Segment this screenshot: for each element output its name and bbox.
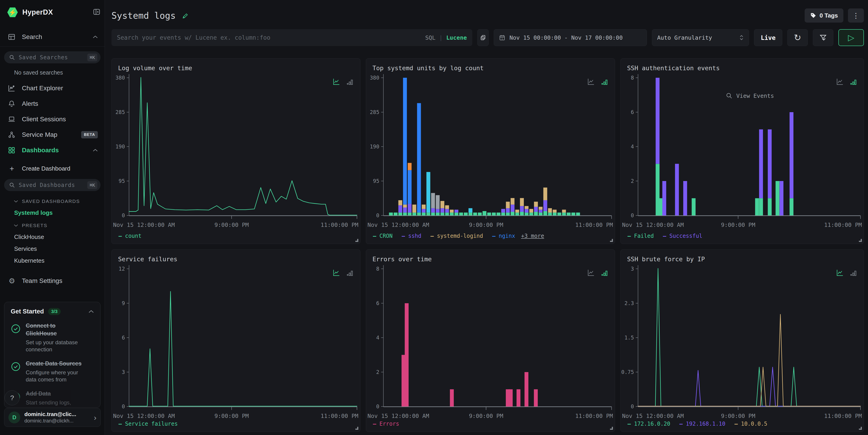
legend-item[interactable]: —count <box>119 233 142 239</box>
svg-text:380: 380 <box>370 75 379 81</box>
app-root: ⚡ HyperDX Search Saved Searches ⌘K No sa… <box>0 0 868 435</box>
events-search-input[interactable]: Search your events w/ Lucene ex. column:… <box>112 29 472 46</box>
sidebar-dashboard-systemd-logs[interactable]: Systemd logs <box>14 209 101 217</box>
get-started-step-add-data[interactable]: Add Data Start sending logs, metrics, or… <box>11 390 94 408</box>
panel-ssh-auth-events: SSH authentication events View Events 86… <box>620 58 864 244</box>
svg-text:380: 380 <box>115 75 125 81</box>
dashboard-header: Systemd logs 0 Tags ⋮ <box>105 0 868 23</box>
svg-text:190: 190 <box>115 144 125 150</box>
panel-resize-handle[interactable] <box>355 239 358 242</box>
sidebar-preset-services[interactable]: Services <box>14 245 101 253</box>
dashboard-menu-kebab-button[interactable]: ⋮ <box>848 8 864 23</box>
panel-service-failures: Service failures 129630Nov 15 12:00:00 A… <box>112 249 361 432</box>
granularity-select[interactable]: Auto Granularity <box>652 29 749 46</box>
legend-item[interactable]: —172.16.0.20 <box>627 421 670 427</box>
sidebar-item-search[interactable]: Search <box>8 31 101 43</box>
sidebar-preset-kubernetes[interactable]: Kubernetes <box>14 257 101 265</box>
main-content: Systemd logs 0 Tags ⋮ Search your events… <box>105 0 868 435</box>
svg-text:285: 285 <box>115 109 125 115</box>
gear-icon: ⚙ <box>8 277 16 285</box>
tag-icon <box>810 12 816 19</box>
chart-canvas[interactable]: 86420Nov 15 12:00:00 AM9:00:00 PM11:00:0… <box>366 250 615 418</box>
panel-resize-handle[interactable] <box>610 239 613 242</box>
panel-log-volume: Log volume over time 380285190950Nov 15 … <box>112 58 361 244</box>
chart-canvas[interactable]: 32.31.50.750Nov 15 12:00:00 AM9:00:00 PM… <box>621 250 864 418</box>
get-started-step-connect[interactable]: Connect to ClickHouse Set up your databa… <box>11 322 94 353</box>
sidebar-preset-clickhouse[interactable]: ClickHouse <box>14 233 101 241</box>
sidebar-item-service-map[interactable]: Service Map BETA <box>8 129 101 141</box>
date-range-value: Nov 15 00:00:00 - Nov 17 00:00:00 <box>509 34 623 41</box>
svg-text:Nov 15 12:00:00 AM: Nov 15 12:00:00 AM <box>622 413 684 418</box>
svg-text:4: 4 <box>376 335 379 341</box>
edit-title-pencil-icon[interactable] <box>182 12 188 19</box>
chevron-up-icon[interactable] <box>93 35 98 38</box>
legend-item[interactable]: —192.168.1.10 <box>679 421 725 427</box>
svg-text:11:00:00 PM: 11:00:00 PM <box>320 222 358 227</box>
saved-dashboards-input[interactable]: Saved Dashboards ⌘K <box>4 179 100 191</box>
legend-item[interactable]: —Errors <box>373 421 399 427</box>
date-range-input[interactable]: 1 Nov 15 00:00:00 - Nov 17 00:00:00 <box>494 29 647 46</box>
panel-top-systemd-units: Top systemd units by log count 380285190… <box>366 58 615 244</box>
sidebar-item-team-settings[interactable]: ⚙ Team Settings <box>8 275 101 287</box>
sidebar-item-label: Alerts <box>22 100 38 107</box>
avatar: D <box>8 411 20 423</box>
lucene-mode-toggle[interactable]: Lucene <box>446 34 467 41</box>
svg-text:Nov 15 12:00:00 AM: Nov 15 12:00:00 AM <box>113 413 175 418</box>
legend-item[interactable]: —systemd-logind <box>431 233 483 239</box>
search-icon <box>9 55 15 60</box>
refresh-icon: ↻ <box>794 33 801 43</box>
legend-item[interactable]: —Successful <box>663 233 702 239</box>
legend-item[interactable]: —nginx <box>492 233 515 239</box>
svg-text:9:00:00 PM: 9:00:00 PM <box>721 413 755 418</box>
chevron-up-icon[interactable] <box>88 310 94 313</box>
legend-item[interactable]: —Service failures <box>119 421 178 427</box>
panel-resize-handle[interactable] <box>859 239 862 242</box>
copy-query-button[interactable] <box>477 29 489 46</box>
chart-canvas[interactable]: 380285190950Nov 15 12:00:00 AM9:00:00 PM… <box>112 59 360 227</box>
svg-text:Nov 15 12:00:00 AM: Nov 15 12:00:00 AM <box>367 222 429 227</box>
step-title: Create Data Sources <box>26 360 87 368</box>
sql-mode-toggle[interactable]: SQL <box>425 34 435 41</box>
run-query-button[interactable]: ▷ <box>838 29 864 46</box>
create-dashboard-button[interactable]: + Create Dashboard <box>8 162 101 175</box>
panel-resize-handle[interactable] <box>859 427 862 430</box>
chevron-up-icon[interactable] <box>93 149 98 152</box>
calendar-icon: 1 <box>499 34 505 41</box>
svg-text:2.3: 2.3 <box>624 300 634 306</box>
saved-dashboards-section-header[interactable]: SAVED DASHBOARDS <box>14 198 101 205</box>
live-button[interactable]: Live <box>754 29 782 46</box>
svg-text:95: 95 <box>373 178 379 184</box>
sidebar-collapse-icon[interactable] <box>93 8 100 17</box>
legend-item[interactable]: —sshd <box>402 233 421 239</box>
refresh-button[interactable]: ↻ <box>787 29 808 46</box>
select-chevrons-icon <box>739 34 744 41</box>
user-account-button[interactable]: D dominic.tran@clic... dominic.tran@clic… <box>4 408 101 427</box>
chart-canvas[interactable]: 86420Nov 15 12:00:00 AM9:00:00 PM11:00:0… <box>621 59 864 227</box>
svg-text:9:00:00 PM: 9:00:00 PM <box>721 222 755 227</box>
legend-more-link[interactable]: +3 more <box>521 233 544 239</box>
legend-item[interactable]: —CRON <box>373 233 393 239</box>
chart-canvas[interactable]: 380285190950Nov 15 12:00:00 AM9:00:00 PM… <box>366 59 615 227</box>
sidebar-item-alerts[interactable]: Alerts <box>8 98 101 110</box>
svg-text:4: 4 <box>631 144 634 150</box>
get-started-title: Get Started <box>11 308 44 315</box>
sidebar-item-label: Client Sessions <box>22 116 66 123</box>
filter-button[interactable] <box>813 29 833 46</box>
presets-section-header[interactable]: PRESETS <box>14 222 101 229</box>
sidebar-item-chart-explorer[interactable]: Chart Explorer <box>8 82 101 94</box>
check-circle-icon <box>11 360 21 383</box>
panel-resize-handle[interactable] <box>610 427 613 430</box>
tags-button[interactable]: 0 Tags <box>805 8 843 23</box>
bell-icon <box>8 100 16 107</box>
sidebar-item-dashboards[interactable]: Dashboards <box>8 144 101 156</box>
legend-item[interactable]: —10.0.0.5 <box>735 421 767 427</box>
saved-searches-input[interactable]: Saved Searches ⌘K <box>4 51 100 63</box>
legend-item[interactable]: —Failed <box>627 233 654 239</box>
help-button[interactable]: ? <box>5 390 20 405</box>
chart-canvas[interactable]: 129630Nov 15 12:00:00 AM9:00:00 PM11:00:… <box>112 250 360 418</box>
step-title: Connect to ClickHouse <box>26 322 87 337</box>
get-started-step-datasources[interactable]: Create Data Sources Configure where your… <box>11 360 94 383</box>
chevron-right-icon: › <box>94 413 96 422</box>
sidebar-item-client-sessions[interactable]: Client Sessions <box>8 113 101 125</box>
panel-resize-handle[interactable] <box>355 427 358 430</box>
